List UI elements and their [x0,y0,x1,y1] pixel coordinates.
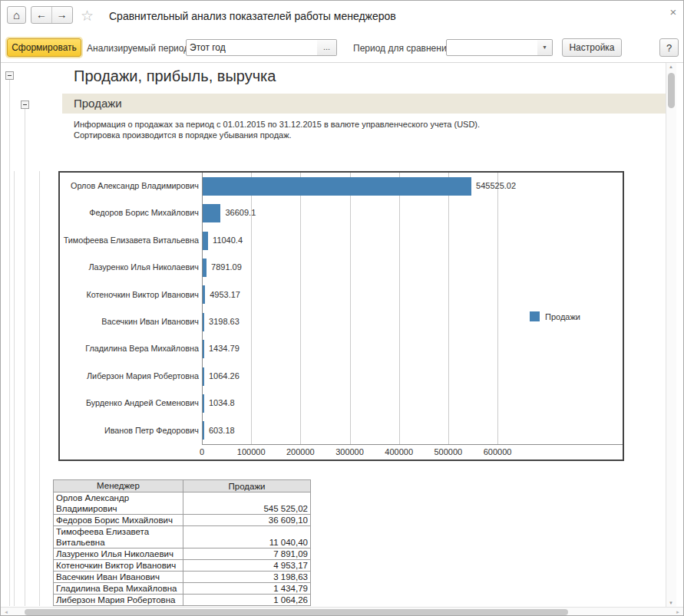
scroll-left-icon[interactable]: ◄ [4,610,8,614]
favorite-star-icon[interactable]: ☆ [81,7,94,25]
table-cell-sales[interactable]: 11 040,40 [183,526,311,548]
chart-category-label: Бурденко Андрей Семенович [60,390,199,417]
report-description-line2: Сортировка производится в порядке убыван… [74,130,292,140]
chart-bar[interactable] [203,204,220,222]
vertical-scrollbar-thumb[interactable] [668,73,675,108]
report-description-line1: Информация о продажах за период с 01.01.… [74,120,480,129]
title-bar: ⌂ ← → ☆ Сравнительный анализ показателей… [1,1,683,31]
chart-bar[interactable] [203,340,204,358]
chart-bar[interactable] [203,232,208,250]
table-header-cell[interactable]: Менеджер [54,480,183,492]
table-cell-manager[interactable]: Тимофеева Елизавета Витальевна [54,526,183,548]
chart-bar[interactable] [203,313,204,331]
chart-category-label: Либерзон Мария Робертовна [60,363,199,390]
compare-period-input[interactable] [446,39,538,56]
chart-x-tick-label: 200000 [277,447,323,456]
chart-bar-value: 1434.79 [209,335,240,362]
scroll-right-icon[interactable]: ► [676,610,680,614]
table-cell-manager[interactable]: Либерзон Мария Робертовна [54,595,183,606]
page-title: Сравнительный анализ показателей работы … [109,10,396,22]
table-row: Либерзон Мария Робертовна1 064,26 [54,595,311,606]
table-cell-sales[interactable]: 1 434,79 [183,583,311,595]
chart-bar-value: 7891.09 [211,254,242,281]
chart-bar[interactable] [203,285,205,304]
close-icon[interactable]: × [667,5,679,18]
chart-bar[interactable] [203,394,204,413]
table-cell-sales[interactable]: 545 525,02 [183,492,311,515]
chart-bar-value: 11040.4 [213,227,243,254]
settings-button[interactable]: Настройка [562,38,622,57]
chart-bar-value: 545525.02 [476,173,516,199]
table-cell-manager[interactable]: Васечкин Иван Иванович [54,572,183,583]
chart-x-tick-label: 300000 [327,447,373,456]
chart-bar[interactable] [203,367,204,386]
chart-gridline [399,173,400,444]
vertical-scrollbar[interactable]: ▲ ▼ [666,63,676,607]
forward-arrow-icon[interactable]: → [51,7,72,23]
chart-gridline [497,173,498,444]
tree-line [14,171,15,606]
tree-line [9,80,10,606]
horizontal-scrollbar-thumb[interactable] [25,609,568,615]
period-label: Анализируемый период: [87,43,192,54]
report-content: Продажи, прибыль, выручка Продажи Информ… [1,63,666,607]
chart-bar-value: 4953.17 [210,282,240,308]
chart-bar-value: 1034.8 [209,390,235,417]
table-cell-sales[interactable]: 36 609,10 [183,515,311,526]
table-cell-sales[interactable]: 4 953,17 [183,560,311,572]
collapse-group-2-button[interactable] [21,100,29,109]
chart-category-label: Тимофеева Елизавета Витальевна [60,227,199,254]
section-title: Продажи [74,97,122,110]
nav-button-group: ← → [31,6,73,24]
chart-category-label: Лазуренко Илья Николаевич [60,254,199,281]
scroll-up-icon[interactable]: ▲ [669,64,673,69]
legend-label: Продажи [545,312,580,321]
report-toolbar: Сформировать Анализируемый период: ... П… [1,31,683,63]
chart-bar[interactable] [203,177,471,196]
chart-baseline [202,444,623,445]
home-button[interactable]: ⌂ [7,6,26,24]
chart-bar[interactable] [203,421,204,440]
back-arrow-icon[interactable]: ← [31,7,52,23]
collapse-group-1-button[interactable] [5,71,14,80]
help-button[interactable]: ? [659,38,679,57]
compare-period-label: Период для сравнения: [353,43,454,54]
chart-x-tick-label: 400000 [376,447,422,456]
chart-category-label: Федоров Борис Михайлович [60,199,199,226]
chart-bar[interactable] [203,259,207,277]
chart-category-label: Орлов Александр Владимирович [60,173,199,199]
table-cell-sales[interactable]: 3 198,63 [183,572,311,583]
table-cell-sales[interactable]: 7 891,09 [183,548,311,560]
table-row: Васечкин Иван Иванович3 198,63 [54,572,311,583]
table-cell-sales[interactable]: 1 064,26 [183,595,311,606]
table-row: Гладилина Вера Михайловна1 434,79 [54,583,311,595]
generate-button[interactable]: Сформировать [7,38,81,57]
chart-x-tick-label: 600000 [474,447,520,456]
table-cell-manager[interactable]: Гладилина Вера Михайловна [54,583,183,595]
table-cell-manager[interactable]: Котеночкин Виктор Иванович [54,560,183,572]
chart-gridline [350,173,351,444]
app-window: ⌂ ← → ☆ Сравнительный анализ показателей… [0,0,684,616]
table-row: Лазуренко Илья Николаевич7 891,09 [54,548,311,560]
chart-x-tick-label: 500000 [425,447,471,456]
chart-gridline [448,173,449,444]
chart-category-label: Иванов Петр Федорович [60,417,199,444]
table-header-cell[interactable]: Продажи [183,480,311,492]
chart-bar-value: 3198.63 [209,308,240,335]
report-group-title: Продажи, прибыль, выручка [74,68,276,85]
scroll-down-icon[interactable]: ▼ [669,601,673,605]
chart-x-tick-label: 100000 [228,447,274,456]
table-cell-manager[interactable]: Орлов Александр Владимирович [54,492,183,515]
period-input[interactable] [186,39,318,56]
chart-bar-value: 36609.1 [225,199,256,226]
table-row: Федоров Борис Михайлович36 609,10 [54,515,311,526]
table-cell-manager[interactable]: Федоров Борис Михайлович [54,515,183,526]
chart-category-label: Котеночкин Виктор Иванович [60,282,199,308]
period-ellipsis-button[interactable]: ... [317,39,337,56]
chart-category-label: Гладилина Вера Михайловна [60,335,199,362]
compare-dropdown-icon[interactable]: ▼ [537,39,553,56]
legend-swatch-icon [530,311,540,321]
table-cell-manager[interactable]: Лазуренко Илья Николаевич [54,548,183,560]
chart-x-tick-label: 0 [179,447,225,456]
horizontal-scrollbar[interactable]: ◄ ► [1,607,683,616]
